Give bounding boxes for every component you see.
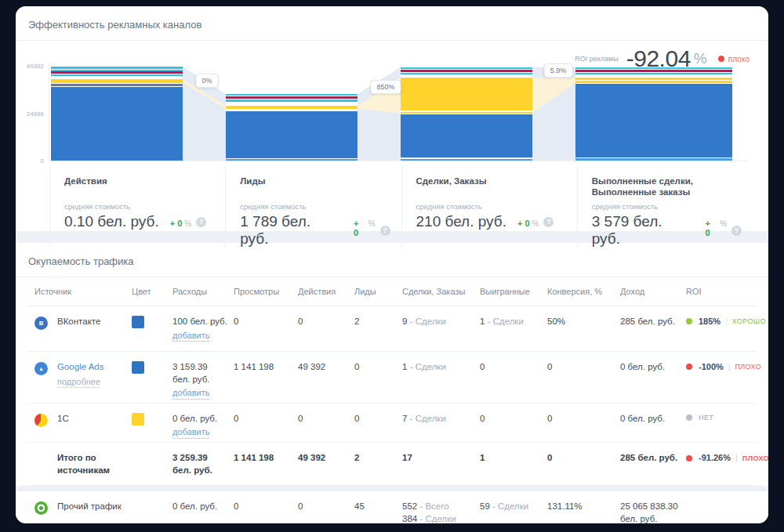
source-name: ВКонтакте <box>57 316 100 328</box>
deals-cell: 552 - Всего384 - Сделки168 - Заказы <box>402 491 480 523</box>
won-cell: 0 <box>480 404 547 429</box>
value-with-label: 9 - Сделки <box>402 316 474 328</box>
help-icon[interactable]: ? <box>196 217 206 227</box>
income-cell: 0 бел. руб. <box>620 404 686 429</box>
income-cell: 285 бел. руб. <box>620 306 686 331</box>
source-name-wrap: Итого по источникам <box>57 452 125 476</box>
expenses-value: 0 бел. руб. <box>172 501 227 513</box>
funnel-stage-stat: Действиясредняя стоимость0.10 бел. руб.+… <box>49 166 225 248</box>
stage-delta-unit: % <box>532 219 539 228</box>
roi-cell: нет <box>686 404 756 425</box>
leads-cell: 45 <box>354 491 402 516</box>
source-name[interactable]: Google Ads <box>57 361 103 374</box>
funnel-stage-stat: Лидысредняя стоимость1 789 бел. руб.+ 0%… <box>225 166 401 248</box>
won-cell: 59 - Сделки <box>480 491 547 516</box>
won-cell: 1 - Сделки <box>480 306 547 331</box>
other-traffic-icon <box>34 501 48 515</box>
value-number: 384 <box>402 514 417 523</box>
value-number: 7 <box>402 414 407 423</box>
panel-title: Эффективность рекламных каналов <box>28 19 756 31</box>
value-number: 59 <box>480 501 490 511</box>
column-header: Просмотры <box>234 277 298 296</box>
value-with-label: 1 - Сделки <box>480 316 541 328</box>
table-row: вВКонтакте100 бел. руб.добавить0029 - Сд… <box>28 306 756 352</box>
table-row: Итого по источникам3 259.39 бел. руб.1 1… <box>28 443 756 486</box>
roi-status-dot-icon <box>686 414 692 421</box>
source-cell: ▲Google Adsподробнее <box>28 352 132 391</box>
traffic-table: ИсточникЦветРасходыПросмотрыДействияЛиды… <box>16 277 768 523</box>
value-with-label: 1 - Сделки <box>402 361 474 374</box>
roi-cell <box>686 491 756 504</box>
value-number: 1 <box>480 317 485 326</box>
conversion-badge: 0% <box>195 74 218 88</box>
table-row: 1С0 бел. руб.добавить0007 - Сделки000 бе… <box>28 404 756 443</box>
deals-cell: 7 - Сделки <box>402 404 480 429</box>
conversion-cell: 0 <box>547 443 620 468</box>
stage-delta: + 0 <box>706 219 718 237</box>
funnel-chart: ROI рекламы -92.04 % плохо 493922469600%… <box>16 41 768 166</box>
conversion-badge: 5.9% <box>544 63 573 78</box>
funnel-bar <box>51 67 183 161</box>
won-cell: 1 <box>480 443 547 468</box>
views-cell: 1 141 198 <box>234 443 298 468</box>
deals-cell: 9 - Сделки <box>402 306 480 331</box>
stage-value: 3 579 бел. руб. <box>592 213 695 248</box>
vk-icon: в <box>34 317 48 330</box>
table-other-rows: Прочий трафик0 бел. руб.0045552 - Всего3… <box>28 491 756 523</box>
roi-cell: 185%|хорошо <box>686 306 768 331</box>
expenses-cell: 3 159.39 бел. руб.добавить <box>172 352 234 403</box>
deals-cell: 17 <box>402 443 480 468</box>
funnel-bar <box>575 67 732 161</box>
source-name-wrap: ВКонтакте <box>57 316 100 328</box>
views-cell: 1 141 198 <box>234 352 298 377</box>
roi-status-label: нет <box>699 413 713 422</box>
column-header: Конверсия, % <box>547 277 620 296</box>
color-swatch[interactable] <box>132 361 144 374</box>
value-label: - Сделки <box>492 501 528 511</box>
add-expenses-link[interactable]: добавить <box>172 387 209 400</box>
stage-value-row: 3 579 бел. руб.+ 0%? <box>592 213 742 248</box>
channel-effectiveness-panel: Эффективность рекламных каналов ROI рекл… <box>16 6 768 231</box>
help-icon[interactable]: ? <box>731 226 742 236</box>
value-with-label: 59 - Сделки <box>480 501 541 513</box>
details-link[interactable]: подробнее <box>57 376 100 389</box>
color-swatch[interactable] <box>132 413 144 425</box>
leads-cell: 2 <box>354 306 402 331</box>
add-expenses-link[interactable]: добавить <box>172 330 209 342</box>
actions-cell: 49 392 <box>298 443 354 468</box>
add-expenses-link[interactable]: добавить <box>172 426 209 439</box>
value-label: - Сделки <box>410 414 446 423</box>
column-header: Выигранные <box>480 277 547 296</box>
source-name: 1С <box>57 413 69 425</box>
views-cell: 0 <box>234 306 298 331</box>
source-cell: Итого по источникам <box>28 443 132 480</box>
stage-subtitle: средняя стоимость <box>416 202 566 211</box>
stage-delta-unit: % <box>184 219 191 228</box>
help-icon[interactable]: ? <box>543 217 554 227</box>
roi-value: 185% <box>699 316 720 328</box>
column-header: Источник <box>28 277 132 296</box>
stage-delta: + 0 <box>170 219 183 228</box>
roi-divider: | <box>728 362 731 373</box>
expenses-cell: 100 бел. руб.добавить <box>172 306 234 345</box>
funnel-bar <box>226 94 358 161</box>
stage-title: Выполненные сделки, Выполненные заказы <box>592 176 742 201</box>
conversion-cell: 0 <box>547 404 620 429</box>
road-status-dot-icon <box>718 56 724 62</box>
deals-cell: 1 - Сделки <box>402 352 480 377</box>
column-header: Расходы <box>172 277 234 296</box>
expenses-value: 100 бел. руб. <box>172 316 227 328</box>
stage-delta: + 0 <box>354 219 366 237</box>
y-axis-tick: 49392 <box>16 63 44 70</box>
stage-value: 1 789 бел. руб. <box>240 213 343 248</box>
help-icon[interactable]: ? <box>380 226 390 236</box>
color-swatch[interactable] <box>132 316 144 328</box>
color-cell <box>132 306 172 335</box>
stage-value-row: 1 789 бел. руб.+ 0%? <box>240 213 390 248</box>
value-with-label: 7 - Сделки <box>402 413 474 425</box>
one-c-icon <box>34 414 48 427</box>
expenses-cell: 0 бел. руб. <box>172 491 234 516</box>
source-name-wrap: Google Adsподробнее <box>57 361 103 388</box>
roi-status: плохо <box>728 55 750 63</box>
stage-title: Лиды <box>240 176 390 201</box>
